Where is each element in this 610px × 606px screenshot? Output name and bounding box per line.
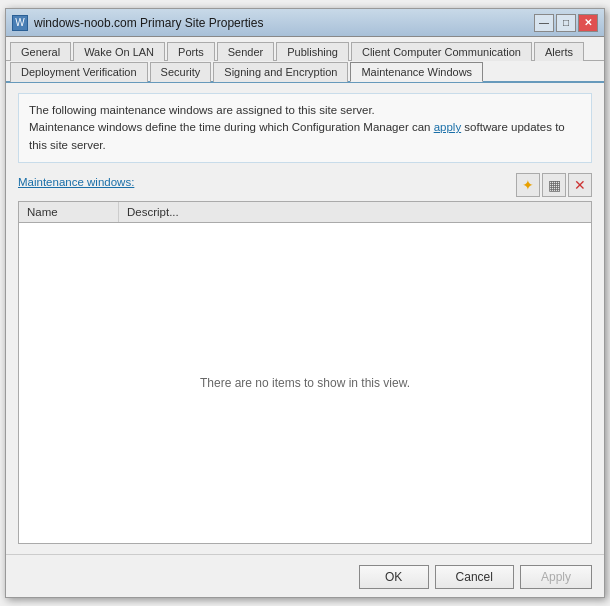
edit-maintenance-window-button[interactable]: ▦	[542, 173, 566, 197]
content-area: The following maintenance windows are as…	[6, 83, 604, 554]
list-header: Name Descript...	[19, 202, 591, 223]
tab-deployment-verification[interactable]: Deployment Verification	[10, 62, 148, 82]
apply-button[interactable]: Apply	[520, 565, 592, 589]
ok-button[interactable]: OK	[359, 565, 429, 589]
section-label: Maintenance windows:	[18, 176, 134, 188]
tab-publishing[interactable]: Publishing	[276, 42, 349, 61]
title-bar-left: W windows-noob.com Primary Site Properti…	[12, 15, 263, 31]
add-maintenance-window-button[interactable]: ✦	[516, 173, 540, 197]
maintenance-header: Maintenance windows: ✦ ▦ ✕	[18, 173, 592, 197]
col-name-header: Name	[19, 202, 119, 222]
bottom-buttons: OK Cancel Apply	[6, 554, 604, 597]
tab-row-1: General Wake On LAN Ports Sender Publish…	[6, 37, 604, 61]
cancel-button[interactable]: Cancel	[435, 565, 514, 589]
tab-general[interactable]: General	[10, 42, 71, 61]
tab-client-computer-communication[interactable]: Client Computer Communication	[351, 42, 532, 61]
maximize-button[interactable]: □	[556, 14, 576, 32]
tab-sender[interactable]: Sender	[217, 42, 274, 61]
info-line1: The following maintenance windows are as…	[29, 102, 581, 119]
info-line2-prefix: Maintenance windows define the time duri…	[29, 121, 434, 133]
info-apply-link[interactable]: apply	[434, 121, 462, 133]
list-body: There are no items to show in this view.	[19, 223, 591, 543]
info-box: The following maintenance windows are as…	[18, 93, 592, 163]
tab-ports[interactable]: Ports	[167, 42, 215, 61]
tab-signing-and-encryption[interactable]: Signing and Encryption	[213, 62, 348, 82]
close-button[interactable]: ✕	[578, 14, 598, 32]
tab-alerts[interactable]: Alerts	[534, 42, 584, 61]
delete-maintenance-window-button[interactable]: ✕	[568, 173, 592, 197]
tab-security[interactable]: Security	[150, 62, 212, 82]
col-description-header: Descript...	[119, 202, 591, 222]
empty-message: There are no items to show in this view.	[200, 376, 410, 390]
info-line2: Maintenance windows define the time duri…	[29, 119, 581, 154]
tab-maintenance-windows[interactable]: Maintenance Windows	[350, 62, 483, 82]
window-icon: W	[12, 15, 28, 31]
title-controls: — □ ✕	[534, 14, 598, 32]
main-window: W windows-noob.com Primary Site Properti…	[5, 8, 605, 598]
window-title: windows-noob.com Primary Site Properties	[34, 16, 263, 30]
title-bar: W windows-noob.com Primary Site Properti…	[6, 9, 604, 37]
maintenance-windows-list: Name Descript... There are no items to s…	[18, 201, 592, 544]
minimize-button[interactable]: —	[534, 14, 554, 32]
tab-row-2: Deployment Verification Security Signing…	[6, 61, 604, 83]
toolbar-buttons: ✦ ▦ ✕	[516, 173, 592, 197]
tab-wake-on-lan[interactable]: Wake On LAN	[73, 42, 165, 61]
